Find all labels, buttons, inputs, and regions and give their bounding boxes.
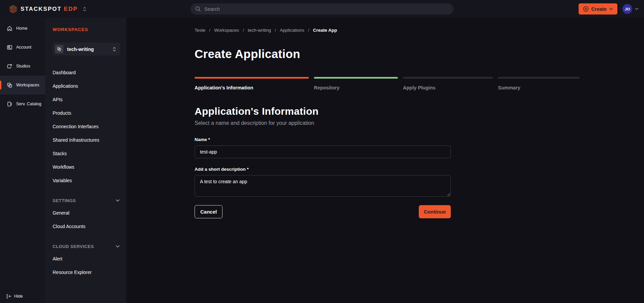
hide-sidebar-button[interactable]: Hide <box>6 294 23 299</box>
step-label: Application's Information <box>195 85 309 91</box>
top-bar: STACKSPOT EDP Create <box>0 0 644 18</box>
form-actions: Cancel Continue <box>195 205 451 218</box>
workspace-menu: DashboardApplicationsAPIsProductsConnect… <box>53 66 126 187</box>
cancel-button[interactable]: Cancel <box>195 205 223 218</box>
cloud-services-group-header[interactable]: CLOUD SERVICES <box>53 241 126 252</box>
sidebar-item-studios[interactable]: Studios <box>0 57 45 76</box>
step-progress-bar <box>498 77 580 79</box>
user-menu-chevron-down-icon <box>635 8 639 10</box>
workspace-menu-item[interactable]: Products <box>53 106 126 120</box>
workspace-menu-item[interactable]: Variables <box>53 174 126 187</box>
create-chevron-down-icon <box>609 8 613 10</box>
section-subtitle: Select a name and description for your a… <box>195 120 644 127</box>
workspace-icon <box>55 45 63 53</box>
stackspot-hex-icon <box>9 4 18 14</box>
studios-icon <box>7 63 12 69</box>
continue-button[interactable]: Continue <box>419 205 451 218</box>
step-progress-bar <box>314 77 398 79</box>
workspace-menu-item[interactable]: Resource Explorer <box>53 266 126 279</box>
account-icon <box>7 45 12 50</box>
collapse-sidebar-icon <box>6 294 11 299</box>
workspace-menu-item[interactable]: Workflows <box>53 160 126 174</box>
step-progress-bar <box>403 77 493 79</box>
step-summary[interactable]: Summary <box>498 77 580 91</box>
topbar-actions: Create JO <box>579 0 639 18</box>
step-label: Summary <box>498 85 580 91</box>
workspace-selector[interactable]: tech-writing <box>53 43 120 56</box>
service-catalog-icon <box>7 101 12 107</box>
breadcrumb-separator: / <box>275 28 276 33</box>
sidebar-item-label: Account <box>16 45 31 50</box>
step-label: Apply Plugins <box>403 85 493 91</box>
breadcrumb-item[interactable]: Applications <box>280 28 304 33</box>
sidebar-item-workspaces[interactable]: Workspaces <box>0 76 45 94</box>
hide-label: Hide <box>14 294 23 299</box>
group-label: SETTINGS <box>53 198 76 203</box>
breadcrumb-separator: / <box>209 28 210 33</box>
name-field-label: Name * <box>195 137 451 142</box>
chevron-down-icon <box>116 199 120 202</box>
panel-title: WORKSPACES <box>53 27 126 32</box>
workspace-menu-item[interactable]: Stacks <box>53 147 126 160</box>
workspace-panel: WORKSPACES tech-writing DashboardApplica… <box>45 18 126 303</box>
main-content: Teste/Workspaces/tech-writing/Applicatio… <box>126 18 644 303</box>
workspace-menu-item[interactable]: Alert <box>53 252 126 266</box>
breadcrumb-item[interactable]: Workspaces <box>214 28 239 33</box>
avatar[interactable]: JO <box>622 4 632 14</box>
workspace-menu-item[interactable]: Shared Infrastructures <box>53 133 126 147</box>
section-title: Application's Information <box>195 106 644 116</box>
breadcrumb-item[interactable]: Create App <box>313 28 337 33</box>
workspace-menu-item[interactable]: Dashboard <box>53 66 126 79</box>
step-apply-plugins[interactable]: Apply Plugins <box>403 77 493 91</box>
stackspot-logo[interactable]: STACKSPOT EDP <box>9 4 86 14</box>
sidebar-item-label: Studios <box>16 64 30 68</box>
workspace-menu-item[interactable]: Cloud Accounts <box>53 220 126 233</box>
breadcrumb-item[interactable]: tech-writing <box>248 28 271 33</box>
step-label: Repository <box>314 85 398 91</box>
create-button[interactable]: Create <box>579 3 617 15</box>
search-icon <box>195 6 201 12</box>
workspace-menu-item[interactable]: General <box>53 206 126 220</box>
group-label: CLOUD SERVICES <box>53 244 94 249</box>
sidebar-item-label: Workspaces <box>16 83 39 87</box>
workspace-menu-item[interactable]: Connection Interfaces <box>53 120 126 133</box>
global-search[interactable] <box>191 3 453 15</box>
user-menu[interactable]: JO <box>622 4 639 14</box>
breadcrumb-item[interactable]: Teste <box>195 28 205 33</box>
selector-updown-chevron-icon <box>113 47 116 52</box>
settings-group-header[interactable]: SETTINGS <box>53 195 126 206</box>
workspace-selector-value: tech-writing <box>67 47 109 52</box>
workspace-menu-item[interactable]: Applications <box>53 79 126 93</box>
sidebar-item-account[interactable]: Account <box>0 38 45 57</box>
workspace-menu-item[interactable]: APIs <box>53 93 126 106</box>
plus-circle-icon <box>583 6 589 12</box>
logo-suffix-text: EDP <box>64 6 78 12</box>
sidebar-item-home[interactable]: Home <box>0 19 45 38</box>
breadcrumb-separator: / <box>308 28 309 33</box>
settings-group-items: GeneralCloud Accounts <box>53 206 126 233</box>
sidebar-item-label: Home <box>16 26 27 31</box>
sidebar-item-label: Serv. Catalog <box>16 102 41 106</box>
breadcrumb: Teste/Workspaces/tech-writing/Applicatio… <box>195 27 644 33</box>
search-input[interactable] <box>204 6 449 12</box>
logo-brand-text: STACKSPOT <box>21 6 62 12</box>
description-field-label: Add a short description * <box>195 166 451 172</box>
breadcrumb-separator: / <box>243 28 244 33</box>
logo-switcher-chevron-icon[interactable] <box>83 7 86 11</box>
page-title: Create Application <box>195 46 644 62</box>
workspaces-icon <box>7 82 12 88</box>
chevron-down-icon <box>116 245 120 248</box>
description-textarea[interactable]: A test to create an app <box>195 175 451 197</box>
step-applications-information[interactable]: Application's Information <box>195 77 309 91</box>
primary-sidebar: Home Account Studios <box>0 18 45 303</box>
create-app-form: Name * Add a short description * A test … <box>195 137 451 218</box>
name-input[interactable] <box>195 145 451 158</box>
home-icon <box>7 26 12 31</box>
cloud-services-group-items: AlertResource Explorer <box>53 252 126 279</box>
sidebar-item-serv-catalog[interactable]: Serv. Catalog <box>0 94 45 113</box>
step-repository[interactable]: Repository <box>314 77 398 91</box>
wizard-stepper: Application's Information Repository App… <box>195 77 644 91</box>
step-progress-bar <box>195 77 309 79</box>
create-button-label: Create <box>591 6 607 12</box>
